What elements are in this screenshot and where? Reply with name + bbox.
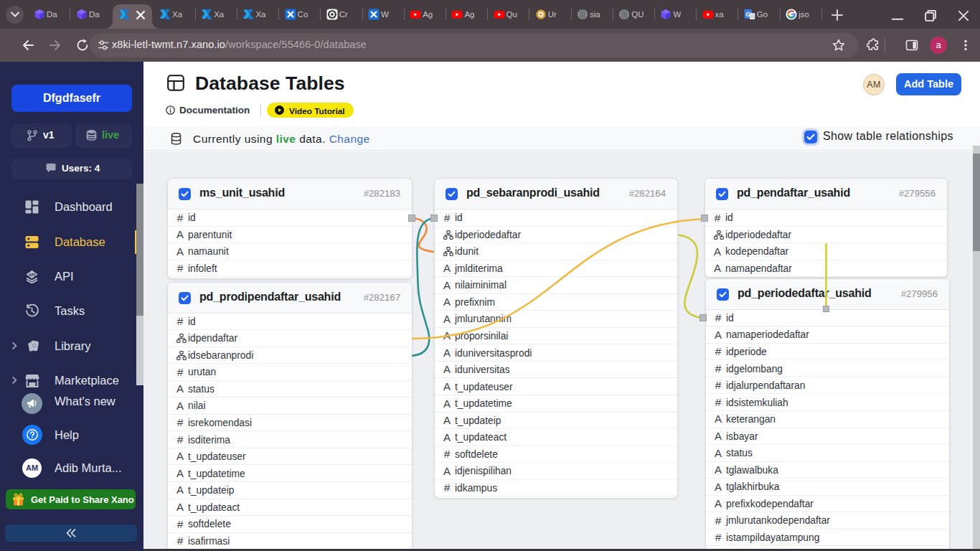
svg-text:API: API xyxy=(29,273,36,277)
svg-text:G: G xyxy=(750,14,754,19)
